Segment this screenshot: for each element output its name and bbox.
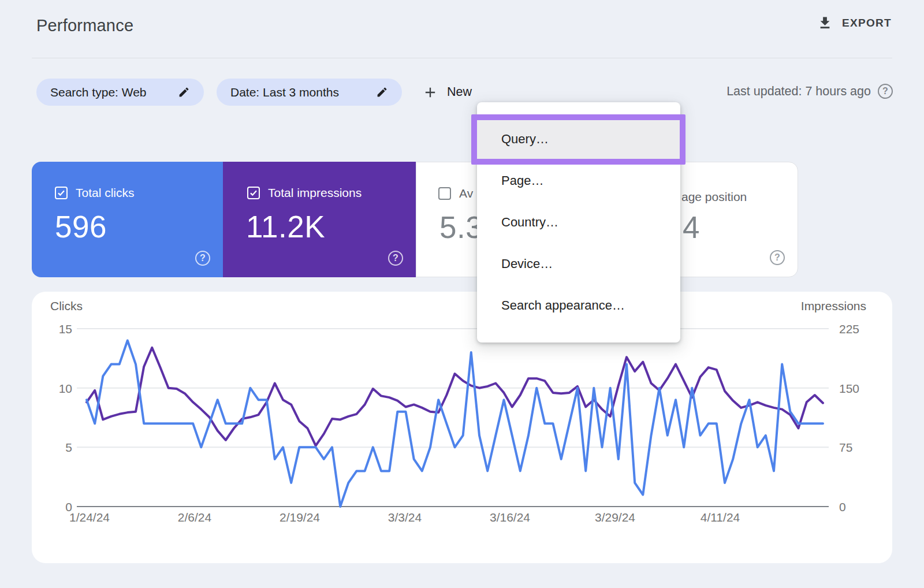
export-label: EXPORT bbox=[842, 17, 892, 29]
svg-text:Impressions: Impressions bbox=[801, 299, 866, 312]
average-ctr-label-partial: Av bbox=[459, 187, 473, 200]
svg-text:3/29/24: 3/29/24 bbox=[595, 511, 635, 524]
svg-text:Clicks: Clicks bbox=[50, 299, 83, 312]
svg-text:4/11/24: 4/11/24 bbox=[701, 511, 740, 524]
new-filter-button[interactable]: New bbox=[422, 79, 472, 106]
svg-text:10: 10 bbox=[59, 382, 72, 395]
search-type-chip-label: Search type: Web bbox=[50, 85, 147, 99]
date-range-chip-label: Date: Last 3 months bbox=[230, 85, 339, 99]
performance-chart-card: 005751015015225ClicksImpressions1/24/242… bbox=[32, 292, 892, 563]
total-clicks-card[interactable]: Total clicks 596 ? bbox=[32, 162, 223, 277]
menu-item-page[interactable]: Page… bbox=[477, 160, 680, 202]
svg-text:2/6/24: 2/6/24 bbox=[178, 511, 212, 524]
download-icon bbox=[817, 15, 833, 31]
average-position-value-partial: 4 bbox=[683, 210, 699, 245]
svg-text:150: 150 bbox=[839, 382, 859, 395]
svg-text:5: 5 bbox=[65, 441, 72, 454]
menu-item-country[interactable]: Country… bbox=[477, 202, 680, 243]
svg-text:225: 225 bbox=[839, 322, 859, 336]
average-ctr-value-partial: 5.3 bbox=[439, 210, 483, 245]
total-clicks-value: 596 bbox=[55, 209, 107, 244]
last-updated-text: Last updated: 7 hours ago bbox=[726, 84, 871, 99]
plus-icon bbox=[422, 84, 438, 101]
svg-text:1/24/24: 1/24/24 bbox=[69, 511, 110, 524]
total-clicks-checkbox[interactable] bbox=[55, 187, 68, 199]
svg-text:0: 0 bbox=[839, 500, 846, 513]
clicks-impressions-line-chart: 005751015015225ClicksImpressions1/24/242… bbox=[32, 292, 892, 563]
average-ctr-checkbox[interactable] bbox=[438, 187, 451, 200]
new-filter-dropdown-menu: Query… Page… Country… Device… Search app… bbox=[477, 102, 680, 343]
help-icon[interactable]: ? bbox=[878, 84, 893, 99]
edit-pencil-icon bbox=[376, 86, 388, 98]
svg-text:2/19/24: 2/19/24 bbox=[280, 511, 320, 524]
date-range-chip[interactable]: Date: Last 3 months bbox=[217, 79, 402, 106]
average-position-label-partial: age position bbox=[681, 190, 747, 204]
menu-item-query[interactable]: Query… bbox=[477, 118, 680, 160]
search-type-chip[interactable]: Search type: Web bbox=[36, 79, 204, 106]
page-title: Performance bbox=[36, 16, 133, 35]
help-icon[interactable]: ? bbox=[770, 250, 785, 265]
svg-text:3/16/24: 3/16/24 bbox=[490, 511, 530, 524]
total-impressions-label: Total impressions bbox=[268, 186, 362, 200]
total-impressions-card[interactable]: Total impressions 11.2K ? bbox=[223, 162, 416, 277]
export-button[interactable]: EXPORT bbox=[817, 15, 892, 31]
svg-text:15: 15 bbox=[59, 322, 72, 336]
new-filter-label: New bbox=[447, 85, 472, 99]
total-impressions-checkbox[interactable] bbox=[247, 187, 260, 199]
total-clicks-label: Total clicks bbox=[76, 186, 135, 200]
search-console-performance-page: { "header": { "title": "Performance", "e… bbox=[0, 0, 924, 588]
menu-item-search-appearance[interactable]: Search appearance… bbox=[477, 285, 680, 326]
last-updated: Last updated: 7 hours ago ? bbox=[726, 84, 893, 99]
svg-text:75: 75 bbox=[839, 441, 852, 454]
edit-pencil-icon bbox=[178, 86, 190, 98]
svg-text:3/3/24: 3/3/24 bbox=[388, 511, 422, 524]
help-icon[interactable]: ? bbox=[388, 251, 403, 266]
help-icon[interactable]: ? bbox=[195, 251, 210, 266]
menu-item-device[interactable]: Device… bbox=[477, 243, 680, 285]
header-divider bbox=[32, 58, 892, 58]
total-impressions-value: 11.2K bbox=[246, 209, 325, 244]
